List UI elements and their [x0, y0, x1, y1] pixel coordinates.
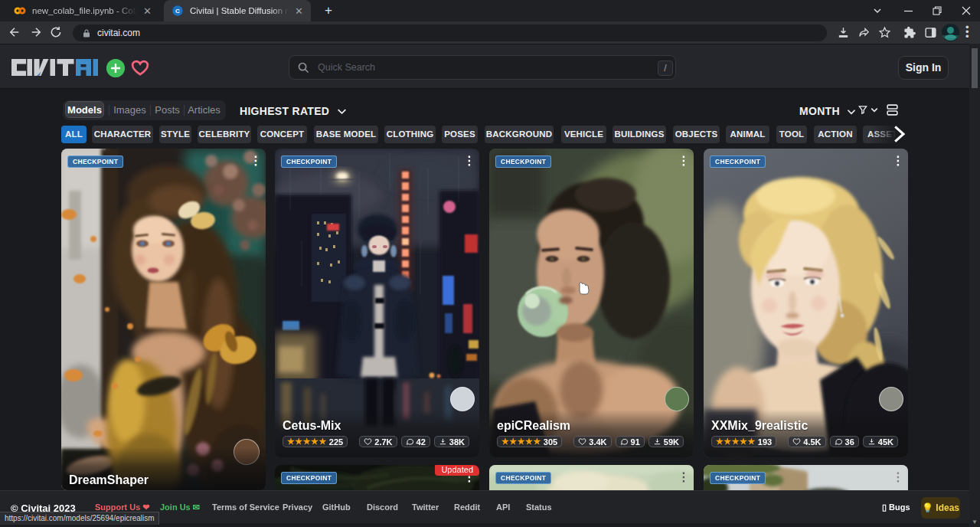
svg-text:C: C — [175, 8, 180, 15]
